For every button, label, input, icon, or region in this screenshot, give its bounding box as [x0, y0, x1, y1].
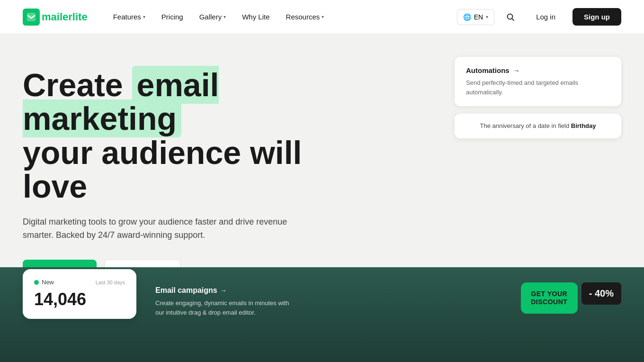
stats-number: 14,046 [34, 290, 125, 309]
birthday-card: The anniversary of a date in field Birth… [455, 114, 621, 138]
email-campaigns-card: Email campaigns → Create engaging, dynam… [155, 279, 297, 325]
get-discount-card[interactable]: GET YOURDISCOUNT [521, 282, 578, 314]
nav-link-whylite[interactable]: Why Lite [235, 9, 276, 25]
hero-content: Create email marketing your audience wil… [23, 68, 354, 299]
feature-cards: Automations → Send perfectly-timed and t… [455, 34, 644, 138]
hero-headline: Create email marketing your audience wil… [23, 68, 354, 204]
stats-card: New Last 30 days 14,046 [23, 269, 136, 319]
automations-card: Automations → Send perfectly-timed and t… [455, 57, 621, 106]
discount-cards: GET YOURDISCOUNT - 40% [521, 279, 621, 314]
hero-subtitle: Digital marketing tools to grow your aud… [23, 215, 288, 243]
nav-left: mailerlite Features ▾ Pricing Gallery ▾ … [23, 9, 331, 26]
search-button[interactable] [502, 9, 519, 26]
svg-line-2 [512, 18, 514, 20]
chevron-down-icon: ▾ [486, 14, 488, 19]
logo-text: mailerlite [42, 11, 88, 23]
nav-link-features[interactable]: Features ▾ [107, 9, 152, 25]
arrow-icon: → [513, 67, 520, 74]
automations-title: Automations → [466, 66, 610, 74]
chevron-down-icon: ▾ [322, 14, 324, 19]
language-selector[interactable]: 🌐 EN ▾ [457, 9, 494, 25]
svg-rect-0 [27, 13, 36, 21]
globe-icon: 🌐 [463, 13, 471, 21]
logo-icon [23, 9, 40, 26]
search-icon [506, 13, 515, 21]
hero-section: Create email marketing your audience wil… [0, 34, 644, 362]
email-campaigns-desc: Create engaging, dynamic emails in minut… [155, 299, 297, 317]
email-campaigns-title: Email campaigns → [155, 286, 297, 295]
get-discount-label: GET YOURDISCOUNT [530, 290, 568, 306]
nav-link-pricing[interactable]: Pricing [155, 9, 190, 25]
automations-desc: Send perfectly-timed and targeted emails… [466, 78, 610, 97]
logo[interactable]: mailerlite [23, 9, 88, 26]
hero-bottom: New Last 30 days 14,046 Email campaigns … [0, 267, 644, 362]
navigation: mailerlite Features ▾ Pricing Gallery ▾ … [0, 0, 644, 34]
stats-badge: New Last 30 days [34, 279, 125, 286]
nav-link-resources[interactable]: Resources ▾ [279, 9, 331, 25]
arrow-icon: → [220, 287, 227, 294]
discount-badge: - 40% [581, 282, 621, 305]
login-button[interactable]: Log in [527, 8, 565, 26]
nav-link-gallery[interactable]: Gallery ▾ [193, 9, 233, 25]
green-dot-icon [34, 280, 39, 285]
nav-right: 🌐 EN ▾ Log in Sign up [457, 8, 621, 26]
chevron-down-icon: ▾ [143, 14, 145, 19]
signup-button[interactable]: Sign up [572, 8, 621, 26]
chevron-down-icon: ▾ [224, 14, 226, 19]
nav-links: Features ▾ Pricing Gallery ▾ Why Lite Re… [107, 9, 331, 25]
